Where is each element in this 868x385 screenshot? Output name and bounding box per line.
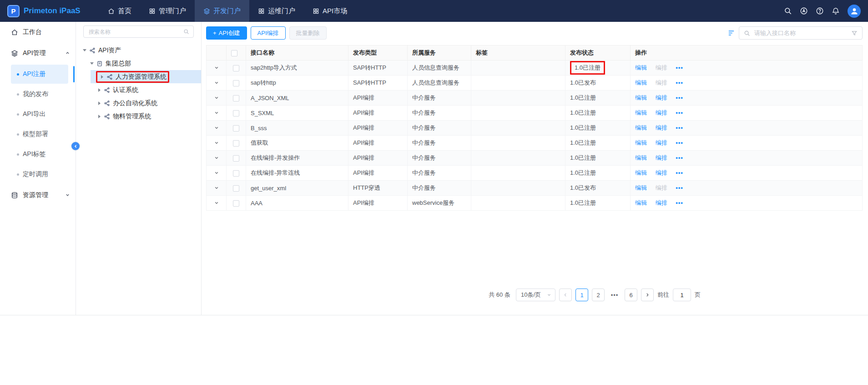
tree-node-group-hq[interactable]: 集团总部 <box>76 57 201 70</box>
brand[interactable]: P Primeton iPaaS <box>0 5 99 17</box>
sidebar-item-workbench[interactable]: 工作台 <box>0 22 76 43</box>
page-button-2[interactable]: 2 <box>592 289 605 301</box>
row-checkbox[interactable] <box>233 200 239 207</box>
bell-icon[interactable] <box>832 7 840 15</box>
page-ellipsis[interactable]: ••• <box>608 289 621 301</box>
edit-link[interactable]: 编辑 <box>635 154 647 161</box>
nav-item-ops-portal[interactable]: 运维门户 <box>249 0 304 22</box>
row-expand-toggle[interactable] <box>207 61 227 76</box>
api-create-button[interactable]: + API创建 <box>206 26 247 40</box>
sidebar-item-api-export[interactable]: API导出 <box>11 105 68 124</box>
tree-node-hr-system[interactable]: 人力资源管理系统 <box>91 70 201 83</box>
tree-expand-icon[interactable] <box>89 62 95 65</box>
row-checkbox[interactable] <box>233 110 239 117</box>
sidebar-collapse-button[interactable] <box>71 142 80 150</box>
row-tag <box>471 91 565 106</box>
tree-node-material-system[interactable]: 物料管理系统 <box>76 110 201 123</box>
interface-search-input[interactable] <box>753 29 848 37</box>
edit-link[interactable]: 编辑 <box>635 64 647 71</box>
orchestrate-link[interactable]: 编排 <box>656 199 667 206</box>
more-actions-link[interactable]: ••• <box>676 109 683 116</box>
list-settings-icon[interactable] <box>727 29 735 37</box>
search-icon[interactable] <box>183 29 189 35</box>
tree-expand-icon[interactable] <box>96 101 102 105</box>
sidebar-item-api-register[interactable]: API注册 <box>11 65 68 84</box>
sidebar-item-resource-management[interactable]: 资源管理 <box>0 185 76 206</box>
tree-expand-icon[interactable] <box>99 75 105 79</box>
row-checkbox[interactable] <box>233 65 239 71</box>
edit-link[interactable]: 编辑 <box>635 199 647 206</box>
tree-expand-icon[interactable] <box>96 88 102 92</box>
row-expand-toggle[interactable] <box>207 151 227 166</box>
edit-link[interactable]: 编辑 <box>635 109 647 116</box>
next-page-button[interactable] <box>641 289 654 301</box>
more-actions-link[interactable]: ••• <box>676 79 683 86</box>
edit-link[interactable]: 编辑 <box>635 124 647 131</box>
row-expand-toggle[interactable] <box>207 121 227 136</box>
api-orchestrate-button[interactable]: API编排 <box>251 26 286 40</box>
search-icon[interactable] <box>744 30 750 36</box>
more-actions-link[interactable]: ••• <box>676 184 683 191</box>
nav-item-admin-portal[interactable]: 管理门户 <box>140 0 195 22</box>
user-avatar[interactable] <box>848 5 861 18</box>
row-checkbox[interactable] <box>233 170 239 177</box>
goto-page-input[interactable] <box>673 289 691 301</box>
nav-item-api-market[interactable]: API市场 <box>304 0 356 22</box>
edit-link[interactable]: 编辑 <box>635 184 647 191</box>
page-button-1[interactable]: 1 <box>575 289 588 301</box>
edit-link[interactable]: 编辑 <box>635 139 647 146</box>
nav-item-dev-portal[interactable]: 开发门户 <box>195 0 249 22</box>
orchestrate-link[interactable]: 编排 <box>656 124 667 131</box>
search-icon[interactable] <box>784 7 792 15</box>
sidebar-item-api-management[interactable]: API管理 <box>0 43 76 64</box>
tree-node-oa-system[interactable]: 办公自动化系统 <box>76 96 201 110</box>
edit-link[interactable]: 编辑 <box>635 79 647 86</box>
orchestrate-link[interactable]: 编排 <box>656 154 667 161</box>
edit-link[interactable]: 编辑 <box>635 94 647 101</box>
more-actions-link[interactable]: ••• <box>676 64 683 71</box>
row-checkbox[interactable] <box>233 125 239 132</box>
help-icon[interactable] <box>816 7 824 15</box>
more-actions-link[interactable]: ••• <box>676 154 683 161</box>
orchestrate-link[interactable]: 编排 <box>656 109 667 116</box>
row-actions-cell: 编辑 编排 ••• <box>631 121 863 136</box>
translate-icon[interactable] <box>800 7 808 15</box>
row-expand-toggle[interactable] <box>207 136 227 151</box>
row-expand-toggle[interactable] <box>207 196 227 211</box>
sidebar-item-model-deploy[interactable]: 模型部署 <box>11 125 68 144</box>
tree-node-auth-system[interactable]: 认证系统 <box>76 83 201 96</box>
tree-expand-icon[interactable] <box>96 115 102 118</box>
sidebar-item-scheduled-call[interactable]: 定时调用 <box>11 165 68 184</box>
edit-link[interactable]: 编辑 <box>635 169 647 176</box>
tree-node-api-assets[interactable]: API资产 <box>76 44 201 57</box>
orchestrate-link[interactable]: 编排 <box>656 169 667 176</box>
nav-item-home[interactable]: 首页 <box>99 0 140 22</box>
orchestrate-link[interactable]: 编排 <box>656 94 667 101</box>
filter-icon[interactable] <box>851 30 858 36</box>
row-expand-toggle[interactable] <box>207 91 227 106</box>
more-actions-link[interactable]: ••• <box>676 139 683 146</box>
sidebar-item-my-publish[interactable]: 我的发布 <box>11 85 68 104</box>
prev-page-button[interactable] <box>559 289 572 301</box>
batch-delete-button[interactable]: 批量删除 <box>289 26 327 40</box>
sidebar-item-api-tags[interactable]: API标签 <box>11 145 68 164</box>
row-checkbox[interactable] <box>233 140 239 147</box>
page-size-select[interactable]: 10条/页 <box>516 289 555 301</box>
row-expand-toggle[interactable] <box>207 106 227 121</box>
row-checkbox[interactable] <box>233 155 239 162</box>
row-checkbox[interactable] <box>233 185 239 192</box>
row-checkbox[interactable] <box>233 95 239 101</box>
tree-search-input[interactable] <box>88 28 181 35</box>
more-actions-link[interactable]: ••• <box>676 199 683 206</box>
more-actions-link[interactable]: ••• <box>676 94 683 101</box>
select-all-checkbox[interactable] <box>231 50 237 56</box>
row-expand-toggle[interactable] <box>207 181 227 196</box>
tree-expand-icon[interactable] <box>81 49 88 51</box>
row-checkbox[interactable] <box>233 80 239 86</box>
more-actions-link[interactable]: ••• <box>676 169 683 176</box>
page-button-6[interactable]: 6 <box>625 289 637 301</box>
more-actions-link[interactable]: ••• <box>676 124 683 131</box>
row-expand-toggle[interactable] <box>207 166 227 181</box>
row-expand-toggle[interactable] <box>207 76 227 91</box>
orchestrate-link[interactable]: 编排 <box>656 139 667 146</box>
